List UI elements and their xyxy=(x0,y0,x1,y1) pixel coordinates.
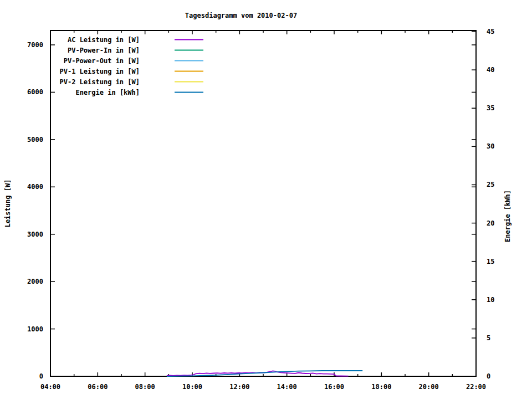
series-line-ac-leistung-in-w xyxy=(167,371,349,376)
y-tick-label: 0 xyxy=(39,372,43,380)
legend-label: PV-1 Leistung in [W] xyxy=(60,68,140,75)
y-tick-label: 6000 xyxy=(27,88,43,96)
y2-tick-label: 40 xyxy=(487,66,494,74)
legend-item: Energie in [kWh] xyxy=(75,89,203,96)
y2-tick-label: 0 xyxy=(487,372,490,380)
x-tick-label: 12:00 xyxy=(229,383,249,391)
y-tick-label: 5000 xyxy=(27,136,43,144)
y2-tick-label: 45 xyxy=(487,28,494,35)
x-tick-label: 14:00 xyxy=(277,383,297,391)
legend-item: PV-1 Leistung in [W] xyxy=(60,68,204,75)
legend-label: Energie in [kWh] xyxy=(75,89,140,96)
y-tick-label: 2000 xyxy=(27,278,43,285)
series-lines xyxy=(167,371,362,376)
legend-label: PV-Power-In in [W] xyxy=(68,47,140,54)
y-tick-label: 3000 xyxy=(27,231,43,238)
y2-tick-label: 35 xyxy=(487,104,494,112)
y2-axis-label: Energie [kWh] xyxy=(504,190,511,242)
y-tick-label: 1000 xyxy=(27,325,43,333)
x-tick-label: 06:00 xyxy=(88,383,108,391)
y-axis-label: Leistung [W] xyxy=(4,180,12,228)
y-tick-label: 4000 xyxy=(27,183,43,191)
y2-tick-label: 15 xyxy=(487,258,494,265)
y-tick-label: 7000 xyxy=(27,41,43,49)
y2-tick-label: 30 xyxy=(487,142,494,150)
y2-tick-label: 25 xyxy=(487,181,494,188)
x-tick-label: 10:00 xyxy=(182,383,202,391)
x-tick-label: 16:00 xyxy=(324,383,344,391)
chart-svg: Tagesdiagramm vom 2010-02-07 Leistung [W… xyxy=(0,0,532,399)
legend-label: PV-2 Leistung in [W] xyxy=(60,78,140,86)
chart-title: Tagesdiagramm vom 2010-02-07 xyxy=(185,12,297,19)
x-tick-label: 04:00 xyxy=(40,383,60,391)
legend-item: AC Leistung in [W] xyxy=(68,36,203,44)
x-tick-label: 18:00 xyxy=(371,383,391,391)
legend-label: AC Leistung in [W] xyxy=(68,36,140,44)
y2-tick-label: 5 xyxy=(487,334,490,342)
x-tick-label: 20:00 xyxy=(419,383,439,391)
legend-item: PV-Power-In in [W] xyxy=(68,47,203,54)
legend-item: PV-2 Leistung in [W] xyxy=(60,78,204,86)
x-tick-label: 22:00 xyxy=(466,383,486,391)
legend-label: PV-Power-Out in [W] xyxy=(64,57,140,65)
y2-tick-label: 10 xyxy=(487,296,494,304)
x-tick-label: 08:00 xyxy=(135,383,155,391)
y2-tick-label: 20 xyxy=(487,219,494,227)
legend: AC Leistung in [W]PV-Power-In in [W]PV-P… xyxy=(60,36,204,96)
tagesdiagramm-chart: Tagesdiagramm vom 2010-02-07 Leistung [W… xyxy=(0,0,532,399)
legend-item: PV-Power-Out in [W] xyxy=(64,57,203,65)
